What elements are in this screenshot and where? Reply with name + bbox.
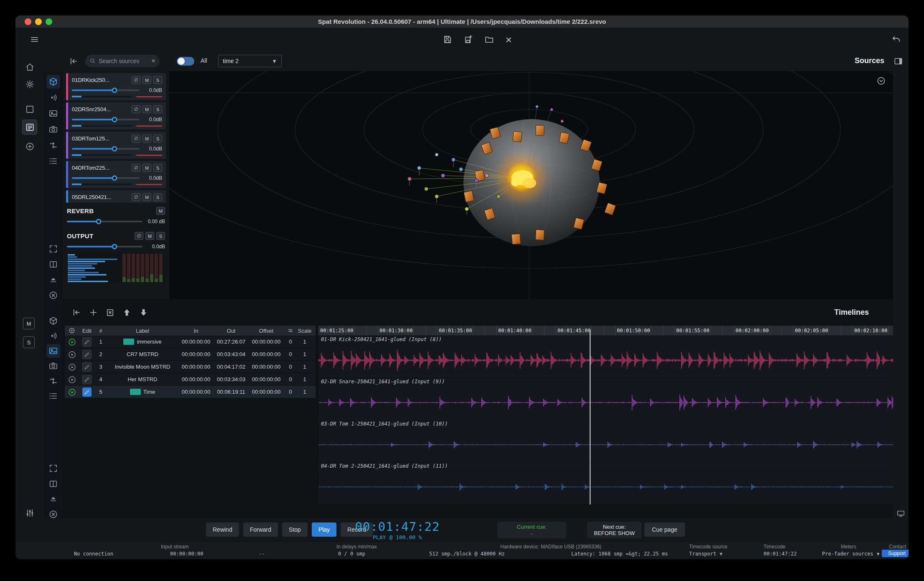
split-view-icon[interactable] bbox=[46, 477, 60, 491]
timeline-row[interactable]: 1 immersive 00:00:00:00 00:27:26:07 00:0… bbox=[65, 336, 316, 348]
phase-button[interactable]: ∅ bbox=[132, 164, 140, 172]
source-fader[interactable] bbox=[72, 119, 140, 120]
camera-icon[interactable] bbox=[46, 122, 60, 136]
output-phase-button[interactable]: ∅ bbox=[135, 232, 143, 240]
titlebar[interactable]: Spat Revolution - 26.04.0.50607 - arm64 … bbox=[15, 15, 909, 28]
panel-toggle-icon[interactable] bbox=[891, 54, 905, 68]
routing-icon[interactable] bbox=[46, 138, 60, 152]
fullscreen-icon[interactable] bbox=[46, 461, 60, 475]
timeline-view-icon[interactable] bbox=[46, 344, 60, 358]
timeline-play-icon[interactable] bbox=[68, 362, 76, 371]
image-view-icon[interactable] bbox=[46, 107, 60, 120]
mute-button[interactable]: M bbox=[143, 164, 151, 172]
timeline-row[interactable]: 2 CR7 MSTRD 00:00:00:00 00:03:43:04 00:0… bbox=[65, 348, 316, 361]
timeline-play-icon[interactable] bbox=[68, 375, 76, 384]
timeline-play-icon[interactable] bbox=[68, 350, 76, 359]
phase-button[interactable]: ∅ bbox=[132, 193, 140, 201]
stop-button[interactable]: Stop bbox=[282, 522, 308, 537]
ping-icon[interactable] bbox=[46, 91, 60, 104]
mute-button[interactable]: M bbox=[143, 105, 151, 113]
source-fader[interactable] bbox=[72, 89, 140, 91]
source-fader[interactable] bbox=[72, 177, 140, 179]
add-icon[interactable] bbox=[22, 139, 37, 154]
cue-page-button[interactable]: Cue page bbox=[644, 522, 685, 537]
camera-icon[interactable] bbox=[46, 359, 60, 373]
timeline-edit-button[interactable] bbox=[82, 337, 92, 347]
phase-button[interactable]: ∅ bbox=[132, 135, 140, 143]
audio-track[interactable]: 03-DR Tom 1-250421_1641-glued (Input (10… bbox=[318, 420, 893, 462]
timeline-row[interactable]: 3 Invisible Moon MSTRD 00:00:00:00 00:04… bbox=[65, 361, 316, 373]
time-ruler[interactable]: 00:01:25:00 00:01:30:00 00:01:35:00 00:0… bbox=[318, 326, 893, 336]
master-mute-button[interactable]: M bbox=[23, 318, 35, 329]
timeline-tracks[interactable]: 00:01:25:00 00:01:30:00 00:01:35:00 00:0… bbox=[318, 326, 893, 505]
routing-icon[interactable] bbox=[46, 374, 60, 388]
list-view-icon[interactable] bbox=[46, 389, 60, 403]
split-view-icon[interactable] bbox=[46, 257, 60, 271]
rewind-button[interactable]: Rewind bbox=[206, 522, 239, 537]
audio-track[interactable]: 01-DR Kick-250421_1641-glued (Input (8)) bbox=[318, 336, 893, 378]
list-view-icon[interactable] bbox=[46, 154, 60, 168]
source-item[interactable]: 02DRSnr2504... ∅ M S 0.0dB bbox=[66, 102, 166, 130]
source-item[interactable]: 03DRTom125... ∅ M S 0.0dB bbox=[66, 132, 166, 159]
viewport-3d[interactable] bbox=[169, 71, 893, 299]
meters-dropdown[interactable]: Pre-fader sources▼ bbox=[822, 551, 879, 557]
solo-button[interactable]: S bbox=[153, 164, 162, 172]
master-solo-button[interactable]: S bbox=[23, 336, 35, 348]
playhead[interactable] bbox=[590, 330, 591, 505]
save-icon[interactable] bbox=[439, 32, 455, 48]
preset-dropdown[interactable]: time 2 ▼ bbox=[218, 55, 282, 67]
add-timeline-icon[interactable] bbox=[86, 305, 101, 320]
output-solo-button[interactable]: S bbox=[156, 232, 165, 240]
timeline-edit-button[interactable] bbox=[82, 375, 92, 384]
search-input[interactable] bbox=[99, 58, 149, 64]
timeline-row[interactable]: 4 Her MSTRD 00:00:00:00 00:03:34:03 00:0… bbox=[65, 373, 316, 386]
support-button[interactable]: Support bbox=[882, 550, 909, 557]
settings-gear-icon[interactable] bbox=[22, 76, 37, 92]
room-3d-icon[interactable] bbox=[46, 75, 60, 89]
solo-button[interactable]: S bbox=[153, 105, 162, 113]
phase-button[interactable]: ∅ bbox=[132, 105, 140, 113]
session-panel-icon[interactable] bbox=[22, 120, 37, 135]
open-folder-icon[interactable] bbox=[481, 32, 497, 48]
audio-track[interactable]: 02-DR Snare-250421_1641-glued (Input (9)… bbox=[318, 378, 893, 420]
solo-button[interactable]: S bbox=[153, 135, 162, 143]
move-down-icon[interactable] bbox=[136, 305, 151, 320]
search-box[interactable]: × bbox=[85, 55, 160, 67]
output-fader[interactable] bbox=[67, 246, 143, 247]
undo-icon[interactable] bbox=[888, 32, 904, 48]
timeline-edit-button-active[interactable] bbox=[82, 387, 92, 397]
reverb-fader[interactable] bbox=[67, 221, 143, 222]
next-cue-box[interactable]: Next cue: BEFORE SHOW bbox=[587, 522, 641, 538]
mute-button[interactable]: M bbox=[143, 76, 151, 84]
room-3d-icon[interactable] bbox=[46, 314, 60, 328]
ping-icon[interactable] bbox=[46, 329, 60, 343]
reverb-mute-button[interactable]: M bbox=[156, 207, 165, 215]
timeline-active-icon[interactable] bbox=[68, 337, 76, 346]
source-fader[interactable] bbox=[72, 148, 140, 150]
audio-track[interactable]: 04-DR Tom 2-250421_1641-glued (Input (11… bbox=[318, 462, 893, 505]
current-cue-box[interactable]: Current cue: - bbox=[497, 522, 566, 538]
collapse-panel-icon[interactable] bbox=[69, 305, 84, 320]
eject-icon[interactable] bbox=[46, 273, 60, 287]
filter-all-toggle[interactable] bbox=[177, 57, 194, 66]
mute-button[interactable]: M bbox=[143, 135, 151, 143]
timecode-source-dropdown[interactable]: Transport▼ bbox=[689, 551, 723, 557]
timeline-active-icon[interactable] bbox=[68, 387, 76, 396]
source-item[interactable]: 04DRTom225... ∅ M S 0.0dB bbox=[66, 161, 166, 188]
play-button[interactable]: Play bbox=[312, 522, 336, 537]
timeline-row-selected[interactable]: 5 Time 00:00:00:00 00:06:19:11 00:00:00:… bbox=[65, 386, 316, 398]
delete-timeline-icon[interactable] bbox=[102, 305, 117, 320]
timeline-edit-button[interactable] bbox=[82, 350, 92, 359]
phase-button[interactable]: ∅ bbox=[132, 76, 140, 84]
eject-icon[interactable] bbox=[46, 492, 60, 506]
solo-button[interactable]: S bbox=[153, 76, 162, 84]
solo-button[interactable]: S bbox=[153, 193, 162, 201]
close-session-icon[interactable]: × bbox=[501, 32, 517, 48]
mute-button[interactable]: M bbox=[143, 193, 151, 201]
save-as-icon[interactable] bbox=[460, 32, 476, 48]
timeline-edit-button[interactable] bbox=[82, 362, 92, 372]
fullscreen-icon[interactable] bbox=[46, 242, 60, 256]
window-layout-icon[interactable] bbox=[22, 102, 37, 117]
clear-search-icon[interactable]: × bbox=[151, 57, 155, 65]
collapse-viewport-icon[interactable] bbox=[875, 74, 887, 87]
